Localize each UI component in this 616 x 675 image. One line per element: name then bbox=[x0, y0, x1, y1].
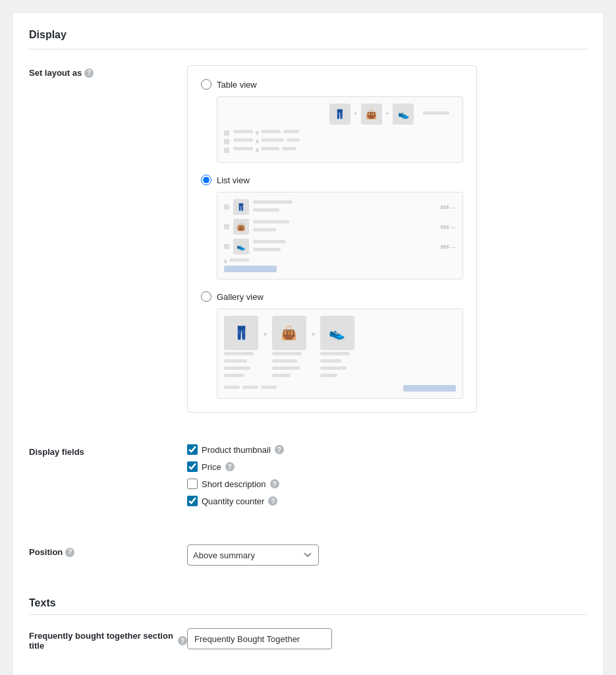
position-row: Position ? Above summary Below summary B… bbox=[29, 544, 587, 581]
mock-thumb-2: 👜 bbox=[361, 103, 382, 125]
gallery-view-label-text: Gallery view bbox=[217, 292, 264, 302]
table-view-label-text: Table view bbox=[217, 80, 257, 90]
display-fields-row: Display fields Product thumbnail ? Price… bbox=[29, 444, 587, 529]
product-thumbnail-label[interactable]: Product thumbnail bbox=[202, 445, 271, 455]
mock-list-row-2: 👜 $$$ — bbox=[224, 219, 456, 235]
section-title-info-icon[interactable]: ? bbox=[178, 636, 187, 645]
position-label: Position ? bbox=[29, 544, 187, 557]
mock-table-row-3: $ bbox=[224, 147, 456, 153]
mock-thumb-3: 👟 bbox=[393, 103, 414, 125]
quantity-counter-label[interactable]: Quantity counter bbox=[202, 496, 264, 506]
list-view-radio[interactable] bbox=[201, 175, 211, 185]
layout-info-icon[interactable]: ? bbox=[84, 69, 94, 78]
short-description-label[interactable]: Short description bbox=[202, 479, 266, 489]
price-checkbox[interactable] bbox=[187, 461, 198, 472]
gallery-view-mockup: 👖 • 👜 bbox=[217, 308, 463, 399]
section-title-field-control bbox=[187, 628, 587, 649]
price-label[interactable]: Price bbox=[202, 462, 221, 472]
price-info-icon[interactable]: ? bbox=[225, 462, 235, 471]
position-label-text: Position bbox=[29, 547, 63, 557]
section-title-label-text: Frequently bought together section title bbox=[29, 631, 175, 651]
section-title-field-label: Frequently bought together section title… bbox=[29, 628, 187, 651]
table-view-label[interactable]: Table view bbox=[201, 79, 463, 90]
quantity-counter-info-icon[interactable]: ? bbox=[268, 496, 277, 506]
list-view-label-text: List view bbox=[217, 175, 250, 185]
product-thumbnail-row: Product thumbnail ? bbox=[187, 444, 587, 455]
display-fields-label: Display fields bbox=[29, 444, 187, 457]
display-fields-control: Product thumbnail ? Price ? Short descri… bbox=[187, 444, 587, 513]
gallery-view-radio[interactable] bbox=[201, 291, 211, 302]
table-view-option: Table view 👖 • 👜 • 👟 bbox=[201, 79, 463, 163]
list-view-mockup: 👖 $$$ — 👜 bbox=[217, 192, 463, 279]
product-thumbnail-info-icon[interactable]: ? bbox=[275, 445, 284, 454]
price-row: Price ? bbox=[187, 461, 587, 472]
layout-control: Table view 👖 • 👜 • 👟 bbox=[187, 65, 587, 413]
mock-table-row-2: $ bbox=[224, 138, 456, 144]
layout-row: Set layout as ? Table view 👖 • bbox=[29, 65, 587, 428]
position-select[interactable]: Above summary Below summary Before add t… bbox=[187, 544, 319, 566]
texts-section: Texts Frequently bought together section… bbox=[29, 597, 587, 675]
display-section-title: Display bbox=[29, 29, 587, 41]
texts-section-title: Texts bbox=[29, 597, 587, 609]
section-title-input[interactable] bbox=[187, 628, 332, 649]
list-view-label[interactable]: List view bbox=[201, 175, 463, 185]
table-view-radio[interactable] bbox=[201, 79, 211, 90]
table-mock-header: 👖 • 👜 • 👟 bbox=[224, 103, 456, 125]
short-description-info-icon[interactable]: ? bbox=[270, 479, 279, 488]
layout-box: Table view 👖 • 👜 • 👟 bbox=[187, 65, 477, 413]
position-control: Above summary Below summary Before add t… bbox=[187, 544, 587, 566]
short-description-checkbox[interactable] bbox=[187, 479, 198, 489]
table-view-mockup: 👖 • 👜 • 👟 bbox=[217, 96, 463, 163]
position-info-icon[interactable]: ? bbox=[65, 548, 74, 557]
quantity-counter-row: Quantity counter ? bbox=[187, 496, 587, 506]
mock-list-row-3: 👟 $$$ — bbox=[224, 239, 456, 254]
mock-thumb-1: 👖 bbox=[329, 103, 350, 125]
mock-table-row-1: $ bbox=[224, 130, 456, 136]
layout-label-text: Set layout as bbox=[29, 68, 82, 78]
gallery-view-label[interactable]: Gallery view bbox=[201, 291, 463, 302]
short-description-row: Short description ? bbox=[187, 479, 587, 489]
section-title-row: Frequently bought together section title… bbox=[29, 628, 587, 666]
mock-list-row-1: 👖 $$$ — bbox=[224, 199, 456, 215]
list-view-option: List view 👖 $$$ — bbox=[201, 175, 463, 279]
quantity-counter-checkbox[interactable] bbox=[187, 496, 198, 506]
product-thumbnail-checkbox[interactable] bbox=[187, 444, 198, 455]
gallery-view-option: Gallery view 👖 bbox=[201, 291, 463, 399]
layout-label: Set layout as ? bbox=[29, 65, 187, 78]
display-divider bbox=[29, 49, 587, 49]
display-fields-label-text: Display fields bbox=[29, 447, 84, 457]
texts-divider bbox=[29, 614, 587, 615]
